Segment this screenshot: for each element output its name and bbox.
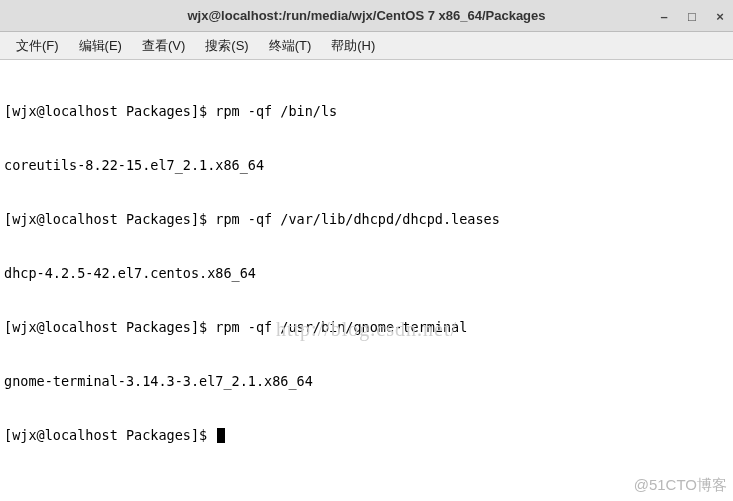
terminal-line: coreutils-8.22-15.el7_2.1.x86_64	[4, 156, 729, 174]
terminal-line: [wjx@localhost Packages]$ rpm -qf /bin/l…	[4, 102, 729, 120]
window-controls: – □ ×	[657, 0, 727, 32]
close-button[interactable]: ×	[713, 9, 727, 23]
titlebar: wjx@localhost:/run/media/wjx/CentOS 7 x8…	[0, 0, 733, 32]
menu-view[interactable]: 查看(V)	[132, 34, 195, 58]
terminal-line: [wjx@localhost Packages]$ rpm -qf /var/l…	[4, 210, 729, 228]
menu-terminal[interactable]: 终端(T)	[259, 34, 322, 58]
terminal-prompt-line: [wjx@localhost Packages]$	[4, 426, 729, 444]
menubar: 文件(F) 编辑(E) 查看(V) 搜索(S) 终端(T) 帮助(H)	[0, 32, 733, 60]
menu-search[interactable]: 搜索(S)	[195, 34, 258, 58]
terminal-line: dhcp-4.2.5-42.el7.centos.x86_64	[4, 264, 729, 282]
terminal-line: gnome-terminal-3.14.3-3.el7_2.1.x86_64	[4, 372, 729, 390]
menu-edit[interactable]: 编辑(E)	[69, 34, 132, 58]
minimize-button[interactable]: –	[657, 9, 671, 23]
cursor-icon	[217, 428, 225, 443]
terminal-line: [wjx@localhost Packages]$ rpm -qf /usr/b…	[4, 318, 729, 336]
maximize-button[interactable]: □	[685, 9, 699, 23]
terminal-area[interactable]: [wjx@localhost Packages]$ rpm -qf /bin/l…	[0, 60, 733, 501]
menu-file[interactable]: 文件(F)	[6, 34, 69, 58]
terminal-prompt: [wjx@localhost Packages]$	[4, 427, 215, 443]
menu-help[interactable]: 帮助(H)	[321, 34, 385, 58]
window-title: wjx@localhost:/run/media/wjx/CentOS 7 x8…	[0, 8, 733, 23]
